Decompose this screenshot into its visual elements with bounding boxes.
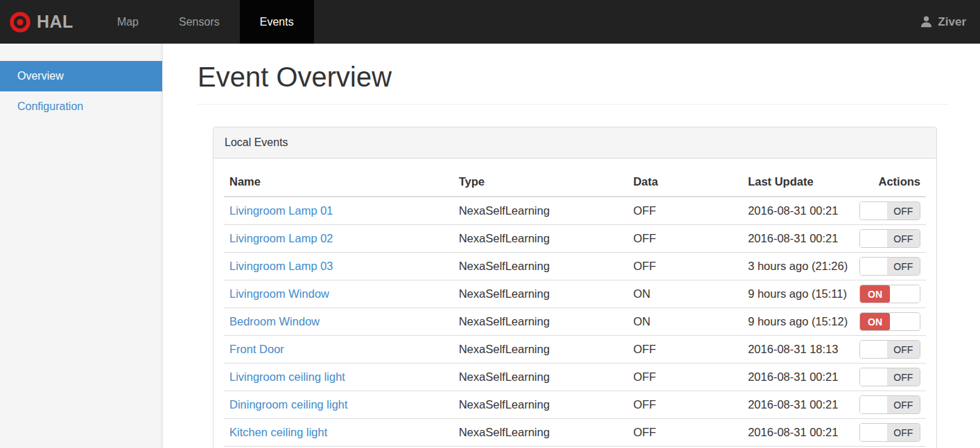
event-name-link[interactable]: Livingroom Lamp 02	[229, 232, 333, 244]
event-data: OFF	[628, 364, 743, 391]
event-last-update: 3 hours ago (21:26)	[742, 253, 854, 280]
sidebar-item-configuration[interactable]: Configuration	[0, 91, 162, 122]
table-row: Livingroom Lamp 01 NexaSelfLearning OFF …	[224, 197, 926, 225]
event-type: NexaSelfLearning	[453, 419, 628, 447]
event-type: NexaSelfLearning	[453, 225, 628, 253]
event-name-link[interactable]: Kitchen ceiling light	[229, 426, 327, 438]
toggle-blank-segment[interactable]	[860, 258, 887, 275]
table-row: Livingroom Window NexaSelfLearning ON 9 …	[224, 280, 926, 308]
column-header-data: Data	[628, 164, 743, 197]
toggle-blank-segment[interactable]	[860, 424, 887, 441]
nav-item-map[interactable]: Map	[97, 0, 159, 44]
table-header-row: Name Type Data Last Update Actions	[224, 164, 926, 197]
event-last-update: 2016-08-31 00:21	[742, 197, 854, 225]
toggle-state-label[interactable]: OFF	[887, 424, 920, 441]
nav-item-sensors[interactable]: Sensors	[159, 0, 240, 44]
toggle-switch[interactable]: OFF	[859, 368, 920, 386]
toggle-switch[interactable]: OFF	[859, 423, 920, 442]
toggle-blank-segment[interactable]	[860, 396, 887, 413]
toggle-switch[interactable]: OFF	[859, 257, 920, 276]
table-row: Front Door NexaSelfLearning OFF 2016-08-…	[224, 336, 926, 364]
event-type: NexaSelfLearning	[453, 336, 628, 364]
event-name-link[interactable]: Front Door	[229, 343, 284, 355]
panel-body: Name Type Data Last Update Actions Livin…	[213, 159, 936, 448]
toggle-state-label[interactable]: OFF	[887, 202, 920, 219]
column-header-actions: Actions	[854, 164, 926, 197]
toggle-state-label[interactable]: OFF	[887, 396, 920, 413]
toggle-switch[interactable]: OFF	[859, 201, 920, 220]
event-last-update: 2016-08-31 00:21	[742, 419, 854, 447]
user-name: Ziver	[938, 15, 966, 29]
table-row: Livingroom ceiling light NexaSelfLearnin…	[224, 364, 926, 391]
toggle-blank-segment[interactable]	[860, 202, 887, 219]
sidebar-item-overview[interactable]: Overview	[0, 61, 162, 91]
event-type: NexaSelfLearning	[453, 391, 628, 419]
event-data: ON	[628, 308, 743, 336]
event-data: OFF	[628, 336, 743, 364]
bullseye-logo-icon	[10, 12, 30, 33]
toggle-blank-segment[interactable]	[890, 313, 920, 330]
table-row: Kitchen ceiling light NexaSelfLearning O…	[224, 419, 926, 447]
page-title: Event Overview	[198, 62, 948, 93]
toggle-state-label[interactable]: ON	[860, 313, 890, 330]
page-header: Event Overview	[198, 62, 948, 105]
event-last-update: 2016-08-31 18:13	[742, 336, 854, 364]
toggle-switch[interactable]: ON	[859, 285, 920, 303]
event-type: NexaSelfLearning	[453, 197, 628, 225]
toggle-state-label[interactable]: OFF	[887, 341, 920, 358]
event-type: NexaSelfLearning	[453, 308, 628, 336]
event-data: OFF	[628, 391, 743, 419]
toggle-switch[interactable]: OFF	[859, 395, 920, 414]
events-table-body: Livingroom Lamp 01 NexaSelfLearning OFF …	[224, 197, 926, 447]
column-header-name: Name	[224, 164, 453, 197]
toggle-switch[interactable]: OFF	[859, 340, 920, 359]
event-data: OFF	[628, 197, 743, 225]
event-name-link[interactable]: Livingroom Window	[229, 287, 329, 300]
main-nav: Map Sensors Events	[97, 0, 314, 44]
table-row: Diningroom ceiling light NexaSelfLearnin…	[224, 391, 926, 419]
event-name-link[interactable]: Livingroom Lamp 03	[229, 260, 333, 272]
user-menu[interactable]: Ziver	[920, 0, 980, 44]
event-name-link[interactable]: Bedroom Window	[229, 315, 320, 328]
sidebar: Overview Configuration	[0, 44, 163, 448]
event-last-update: 2016-08-31 00:21	[742, 225, 854, 253]
event-data: OFF	[628, 253, 743, 280]
column-header-type: Type	[453, 164, 628, 197]
event-data: ON	[628, 280, 743, 308]
event-type: NexaSelfLearning	[453, 280, 628, 308]
event-name-link[interactable]: Livingroom Lamp 01	[229, 204, 333, 217]
event-data: OFF	[628, 225, 743, 253]
user-icon	[920, 15, 933, 28]
event-last-update: 9 hours ago (15:12)	[742, 308, 854, 336]
brand-title: HAL	[37, 12, 73, 32]
brand[interactable]: HAL	[0, 0, 85, 44]
event-name-link[interactable]: Diningroom ceiling light	[229, 398, 348, 411]
toggle-switch[interactable]: ON	[859, 312, 920, 331]
table-row: Bedroom Window NexaSelfLearning ON 9 hou…	[224, 308, 926, 336]
column-header-last-update: Last Update	[742, 164, 854, 197]
nav-item-events[interactable]: Events	[240, 0, 314, 44]
toggle-state-label[interactable]: OFF	[887, 230, 920, 247]
table-row: Livingroom Lamp 03 NexaSelfLearning OFF …	[224, 253, 926, 280]
events-table: Name Type Data Last Update Actions Livin…	[224, 164, 926, 447]
event-name-link[interactable]: Livingroom ceiling light	[229, 370, 345, 383]
toggle-blank-segment[interactable]	[890, 285, 920, 303]
event-last-update: 2016-08-31 00:21	[742, 364, 854, 391]
top-navbar: HAL Map Sensors Events Ziver	[0, 0, 980, 44]
toggle-state-label[interactable]: OFF	[887, 368, 920, 386]
toggle-switch[interactable]: OFF	[859, 229, 920, 248]
table-row: Livingroom Lamp 02 NexaSelfLearning OFF …	[224, 225, 926, 253]
toggle-blank-segment[interactable]	[860, 341, 887, 358]
event-data: OFF	[628, 419, 743, 447]
toggle-blank-segment[interactable]	[860, 230, 887, 247]
toggle-state-label[interactable]: OFF	[887, 258, 920, 275]
event-last-update: 9 hours ago (15:11)	[742, 280, 854, 308]
panel-title: Local Events	[213, 127, 936, 159]
main-content: Event Overview Local Events Name Type Da…	[163, 44, 980, 448]
toggle-state-label[interactable]: ON	[860, 285, 890, 303]
event-type: NexaSelfLearning	[453, 364, 628, 391]
event-last-update: 2016-08-31 00:21	[742, 391, 854, 419]
event-type: NexaSelfLearning	[453, 253, 628, 280]
toggle-blank-segment[interactable]	[860, 368, 887, 386]
local-events-panel: Local Events Name Type Data Last Update …	[213, 127, 937, 448]
